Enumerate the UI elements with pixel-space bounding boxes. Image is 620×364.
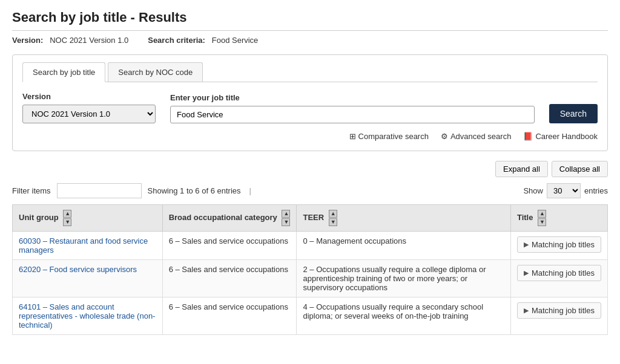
sort-down-icon[interactable]: ▼ bbox=[329, 218, 337, 226]
table-row: 60030 – Restaurant and food service mana… bbox=[13, 232, 608, 260]
page-title: Search by job title - Results bbox=[12, 10, 608, 31]
tab-noc-code[interactable]: Search by NOC code bbox=[108, 62, 203, 82]
career-handbook-link[interactable]: 📕 Career Handbook bbox=[523, 132, 598, 141]
sort-down-icon[interactable]: ▼ bbox=[63, 218, 71, 226]
search-form: Version NOC 2021 Version 1.0 NOC 2016 Ve… bbox=[22, 92, 598, 123]
table-header-row: Unit group ▲ ▼ Broad occupational catego… bbox=[13, 205, 608, 232]
job-title-input[interactable] bbox=[170, 106, 535, 123]
sort-teer[interactable]: ▲ ▼ bbox=[329, 210, 337, 226]
grid-icon: ⊞ bbox=[349, 132, 356, 141]
unit-group-link[interactable]: 62020 – Food service supervisors bbox=[19, 265, 137, 274]
show-label: Show bbox=[523, 186, 543, 195]
sort-up-icon[interactable]: ▲ bbox=[329, 210, 337, 218]
filter-row: Filter items Showing 1 to 6 of 6 entries… bbox=[12, 183, 608, 198]
showing-text: Showing 1 to 6 of 6 entries bbox=[148, 186, 241, 195]
sort-unit-group[interactable]: ▲ ▼ bbox=[63, 210, 71, 226]
results-table: Unit group ▲ ▼ Broad occupational catego… bbox=[12, 204, 608, 335]
col-broad-category: Broad occupational category ▲ ▼ bbox=[162, 205, 297, 232]
collapse-all-button[interactable]: Collapse all bbox=[552, 161, 608, 177]
job-title-label: Enter your job title bbox=[170, 93, 535, 102]
expand-all-button[interactable]: Expand all bbox=[495, 161, 548, 177]
cell-unit-group: 62020 – Food service supervisors bbox=[13, 260, 163, 297]
cell-broad-category: 6 – Sales and service occupations bbox=[162, 260, 297, 297]
sort-title[interactable]: ▲ ▼ bbox=[538, 210, 546, 226]
matching-job-titles-button[interactable]: ▶ Matching job titles bbox=[517, 302, 601, 319]
tab-job-title[interactable]: Search by job title bbox=[22, 62, 105, 82]
cell-teer: 4 – Occupations usually require a second… bbox=[297, 297, 510, 335]
col-teer: TEER ▲ ▼ bbox=[297, 205, 510, 232]
meta-row: Version: NOC 2021 Version 1.0 Search cri… bbox=[12, 36, 608, 45]
search-button[interactable]: Search bbox=[549, 104, 598, 123]
cell-title: ▶ Matching job titles bbox=[510, 297, 607, 335]
matching-job-titles-button[interactable]: ▶ Matching job titles bbox=[517, 265, 601, 281]
tab-bar: Search by job title Search by NOC code bbox=[22, 62, 598, 82]
version-value: NOC 2021 Version 1.0 bbox=[50, 36, 128, 45]
version-select[interactable]: NOC 2021 Version 1.0 NOC 2016 Version 1.… bbox=[22, 105, 156, 123]
entries-per-page-select[interactable]: 10 25 30 50 100 bbox=[547, 183, 581, 198]
cell-broad-category: 6 – Sales and service occupations bbox=[162, 232, 297, 260]
cell-unit-group: 60030 – Restaurant and food service mana… bbox=[13, 232, 163, 260]
col-unit-group: Unit group ▲ ▼ bbox=[13, 205, 163, 232]
sort-down-icon[interactable]: ▼ bbox=[538, 218, 546, 226]
advanced-search-link[interactable]: ⚙ Advanced search bbox=[441, 132, 511, 141]
arrow-icon: ▶ bbox=[524, 269, 529, 277]
arrow-icon: ▶ bbox=[524, 307, 529, 314]
criteria-label: Search criteria: bbox=[148, 36, 205, 45]
version-group: Version NOC 2021 Version 1.0 NOC 2016 Ve… bbox=[22, 92, 156, 123]
unit-group-link[interactable]: 64101 – Sales and account representative… bbox=[19, 302, 155, 330]
cell-teer: 0 – Management occupations bbox=[297, 232, 510, 260]
cell-teer: 2 – Occupations usually require a colleg… bbox=[297, 260, 510, 297]
entries-label: entries bbox=[584, 186, 608, 195]
sort-up-icon[interactable]: ▲ bbox=[63, 210, 71, 218]
col-title: Title ▲ ▼ bbox=[510, 205, 607, 232]
criteria-value: Food Service bbox=[212, 36, 259, 45]
arrow-icon: ▶ bbox=[524, 241, 529, 249]
filter-input[interactable] bbox=[57, 183, 142, 198]
table-row: 62020 – Food service supervisors6 – Sale… bbox=[13, 260, 608, 297]
job-title-group: Enter your job title bbox=[170, 93, 535, 123]
toolbar: Expand all Collapse all bbox=[12, 161, 608, 177]
cell-broad-category: 6 – Sales and service occupations bbox=[162, 297, 297, 335]
matching-job-titles-button[interactable]: ▶ Matching job titles bbox=[517, 236, 601, 253]
filter-label: Filter items bbox=[12, 186, 51, 195]
cell-title: ▶ Matching job titles bbox=[510, 260, 607, 297]
show-entries: Show 10 25 30 50 100 entries bbox=[523, 183, 608, 198]
sort-down-icon[interactable]: ▼ bbox=[282, 218, 290, 226]
book-icon: 📕 bbox=[523, 132, 533, 141]
table-row: 64101 – Sales and account representative… bbox=[13, 297, 608, 335]
cell-title: ▶ Matching job titles bbox=[510, 232, 607, 260]
gear-icon: ⚙ bbox=[441, 132, 448, 141]
cell-unit-group: 64101 – Sales and account representative… bbox=[13, 297, 163, 335]
version-field-label: Version bbox=[22, 92, 156, 101]
comparative-search-link[interactable]: ⊞ Comparative search bbox=[349, 132, 429, 141]
pipe-divider: | bbox=[249, 186, 251, 195]
unit-group-link[interactable]: 60030 – Restaurant and food service mana… bbox=[19, 236, 148, 255]
search-box: Search by job title Search by NOC code V… bbox=[12, 54, 608, 151]
version-label: Version: bbox=[12, 36, 43, 45]
sort-up-icon[interactable]: ▲ bbox=[538, 210, 546, 218]
sort-up-icon[interactable]: ▲ bbox=[282, 210, 290, 218]
sort-broad-category[interactable]: ▲ ▼ bbox=[282, 210, 290, 226]
extra-links: ⊞ Comparative search ⚙ Advanced search 📕… bbox=[22, 132, 598, 141]
